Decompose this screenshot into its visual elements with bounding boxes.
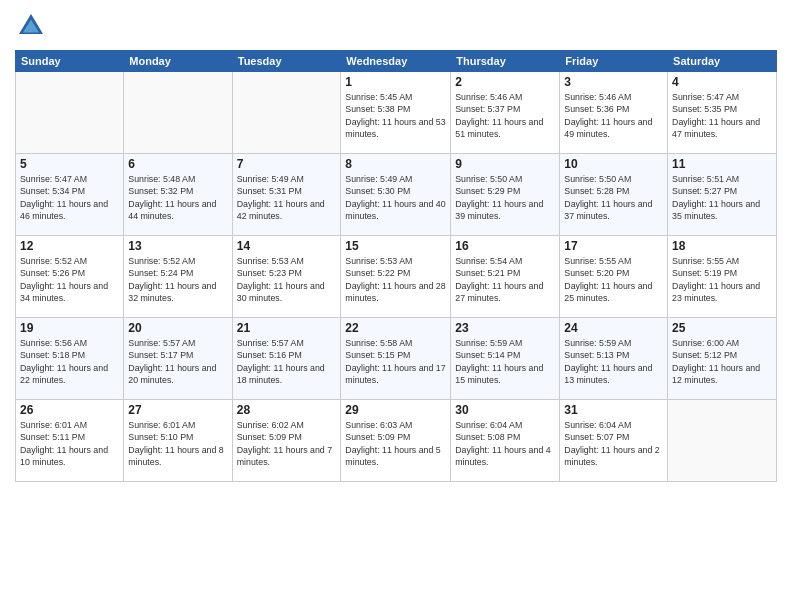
calendar-header-saturday: Saturday [668,51,777,72]
calendar-cell: 12Sunrise: 5:52 AMSunset: 5:26 PMDayligh… [16,236,124,318]
calendar-cell: 27Sunrise: 6:01 AMSunset: 5:10 PMDayligh… [124,400,232,482]
calendar-cell: 16Sunrise: 5:54 AMSunset: 5:21 PMDayligh… [451,236,560,318]
calendar-cell: 20Sunrise: 5:57 AMSunset: 5:17 PMDayligh… [124,318,232,400]
cell-day-number: 14 [237,239,337,253]
calendar-cell: 7Sunrise: 5:49 AMSunset: 5:31 PMDaylight… [232,154,341,236]
cell-info: Sunrise: 5:47 AMSunset: 5:35 PMDaylight:… [672,91,772,140]
cell-info: Sunrise: 5:45 AMSunset: 5:38 PMDaylight:… [345,91,446,140]
calendar-cell: 6Sunrise: 5:48 AMSunset: 5:32 PMDaylight… [124,154,232,236]
cell-info: Sunrise: 5:46 AMSunset: 5:36 PMDaylight:… [564,91,663,140]
calendar-cell: 22Sunrise: 5:58 AMSunset: 5:15 PMDayligh… [341,318,451,400]
calendar-cell: 3Sunrise: 5:46 AMSunset: 5:36 PMDaylight… [560,72,668,154]
cell-day-number: 25 [672,321,772,335]
logo [15,10,51,42]
cell-day-number: 3 [564,75,663,89]
calendar-cell: 25Sunrise: 6:00 AMSunset: 5:12 PMDayligh… [668,318,777,400]
cell-day-number: 6 [128,157,227,171]
cell-info: Sunrise: 5:52 AMSunset: 5:26 PMDaylight:… [20,255,119,304]
cell-info: Sunrise: 6:02 AMSunset: 5:09 PMDaylight:… [237,419,337,468]
cell-info: Sunrise: 6:04 AMSunset: 5:08 PMDaylight:… [455,419,555,468]
cell-info: Sunrise: 5:58 AMSunset: 5:15 PMDaylight:… [345,337,446,386]
cell-info: Sunrise: 5:57 AMSunset: 5:17 PMDaylight:… [128,337,227,386]
cell-info: Sunrise: 5:49 AMSunset: 5:31 PMDaylight:… [237,173,337,222]
calendar-cell [232,72,341,154]
cell-day-number: 8 [345,157,446,171]
cell-day-number: 11 [672,157,772,171]
cell-info: Sunrise: 6:03 AMSunset: 5:09 PMDaylight:… [345,419,446,468]
cell-day-number: 29 [345,403,446,417]
calendar-header-sunday: Sunday [16,51,124,72]
cell-info: Sunrise: 5:47 AMSunset: 5:34 PMDaylight:… [20,173,119,222]
calendar-cell: 23Sunrise: 5:59 AMSunset: 5:14 PMDayligh… [451,318,560,400]
header [15,10,777,42]
calendar-cell: 18Sunrise: 5:55 AMSunset: 5:19 PMDayligh… [668,236,777,318]
cell-day-number: 13 [128,239,227,253]
calendar-week-4: 19Sunrise: 5:56 AMSunset: 5:18 PMDayligh… [16,318,777,400]
cell-info: Sunrise: 5:49 AMSunset: 5:30 PMDaylight:… [345,173,446,222]
cell-info: Sunrise: 6:01 AMSunset: 5:10 PMDaylight:… [128,419,227,468]
cell-day-number: 10 [564,157,663,171]
calendar-week-3: 12Sunrise: 5:52 AMSunset: 5:26 PMDayligh… [16,236,777,318]
cell-day-number: 20 [128,321,227,335]
cell-day-number: 26 [20,403,119,417]
calendar-cell: 4Sunrise: 5:47 AMSunset: 5:35 PMDaylight… [668,72,777,154]
cell-info: Sunrise: 5:52 AMSunset: 5:24 PMDaylight:… [128,255,227,304]
calendar-header-tuesday: Tuesday [232,51,341,72]
cell-info: Sunrise: 5:55 AMSunset: 5:20 PMDaylight:… [564,255,663,304]
calendar-cell: 28Sunrise: 6:02 AMSunset: 5:09 PMDayligh… [232,400,341,482]
cell-day-number: 18 [672,239,772,253]
cell-info: Sunrise: 5:57 AMSunset: 5:16 PMDaylight:… [237,337,337,386]
cell-day-number: 21 [237,321,337,335]
calendar-cell [16,72,124,154]
cell-info: Sunrise: 6:04 AMSunset: 5:07 PMDaylight:… [564,419,663,468]
cell-day-number: 7 [237,157,337,171]
calendar-cell: 11Sunrise: 5:51 AMSunset: 5:27 PMDayligh… [668,154,777,236]
cell-info: Sunrise: 6:01 AMSunset: 5:11 PMDaylight:… [20,419,119,468]
cell-day-number: 30 [455,403,555,417]
calendar-cell: 8Sunrise: 5:49 AMSunset: 5:30 PMDaylight… [341,154,451,236]
cell-day-number: 28 [237,403,337,417]
calendar-cell: 14Sunrise: 5:53 AMSunset: 5:23 PMDayligh… [232,236,341,318]
calendar-cell: 24Sunrise: 5:59 AMSunset: 5:13 PMDayligh… [560,318,668,400]
calendar-cell: 26Sunrise: 6:01 AMSunset: 5:11 PMDayligh… [16,400,124,482]
calendar-cell: 13Sunrise: 5:52 AMSunset: 5:24 PMDayligh… [124,236,232,318]
cell-day-number: 9 [455,157,555,171]
calendar-header-row: SundayMondayTuesdayWednesdayThursdayFrid… [16,51,777,72]
calendar-header-friday: Friday [560,51,668,72]
calendar-cell: 9Sunrise: 5:50 AMSunset: 5:29 PMDaylight… [451,154,560,236]
calendar-week-2: 5Sunrise: 5:47 AMSunset: 5:34 PMDaylight… [16,154,777,236]
cell-day-number: 2 [455,75,555,89]
calendar-header-monday: Monday [124,51,232,72]
cell-info: Sunrise: 5:46 AMSunset: 5:37 PMDaylight:… [455,91,555,140]
page: SundayMondayTuesdayWednesdayThursdayFrid… [0,0,792,612]
cell-day-number: 27 [128,403,227,417]
calendar-cell: 31Sunrise: 6:04 AMSunset: 5:07 PMDayligh… [560,400,668,482]
calendar-cell [124,72,232,154]
calendar-cell: 29Sunrise: 6:03 AMSunset: 5:09 PMDayligh… [341,400,451,482]
calendar-cell: 10Sunrise: 5:50 AMSunset: 5:28 PMDayligh… [560,154,668,236]
cell-info: Sunrise: 5:56 AMSunset: 5:18 PMDaylight:… [20,337,119,386]
cell-info: Sunrise: 5:51 AMSunset: 5:27 PMDaylight:… [672,173,772,222]
cell-info: Sunrise: 5:54 AMSunset: 5:21 PMDaylight:… [455,255,555,304]
cell-day-number: 17 [564,239,663,253]
cell-day-number: 4 [672,75,772,89]
cell-day-number: 1 [345,75,446,89]
cell-day-number: 5 [20,157,119,171]
calendar-cell: 19Sunrise: 5:56 AMSunset: 5:18 PMDayligh… [16,318,124,400]
cell-info: Sunrise: 6:00 AMSunset: 5:12 PMDaylight:… [672,337,772,386]
cell-info: Sunrise: 5:50 AMSunset: 5:29 PMDaylight:… [455,173,555,222]
calendar-cell: 17Sunrise: 5:55 AMSunset: 5:20 PMDayligh… [560,236,668,318]
calendar-week-5: 26Sunrise: 6:01 AMSunset: 5:11 PMDayligh… [16,400,777,482]
calendar-cell: 15Sunrise: 5:53 AMSunset: 5:22 PMDayligh… [341,236,451,318]
cell-info: Sunrise: 5:48 AMSunset: 5:32 PMDaylight:… [128,173,227,222]
cell-day-number: 16 [455,239,555,253]
calendar-cell: 2Sunrise: 5:46 AMSunset: 5:37 PMDaylight… [451,72,560,154]
calendar-cell: 21Sunrise: 5:57 AMSunset: 5:16 PMDayligh… [232,318,341,400]
calendar-header-wednesday: Wednesday [341,51,451,72]
cell-info: Sunrise: 5:59 AMSunset: 5:13 PMDaylight:… [564,337,663,386]
cell-day-number: 12 [20,239,119,253]
calendar-cell: 30Sunrise: 6:04 AMSunset: 5:08 PMDayligh… [451,400,560,482]
cell-day-number: 22 [345,321,446,335]
calendar-table: SundayMondayTuesdayWednesdayThursdayFrid… [15,50,777,482]
cell-info: Sunrise: 5:53 AMSunset: 5:23 PMDaylight:… [237,255,337,304]
